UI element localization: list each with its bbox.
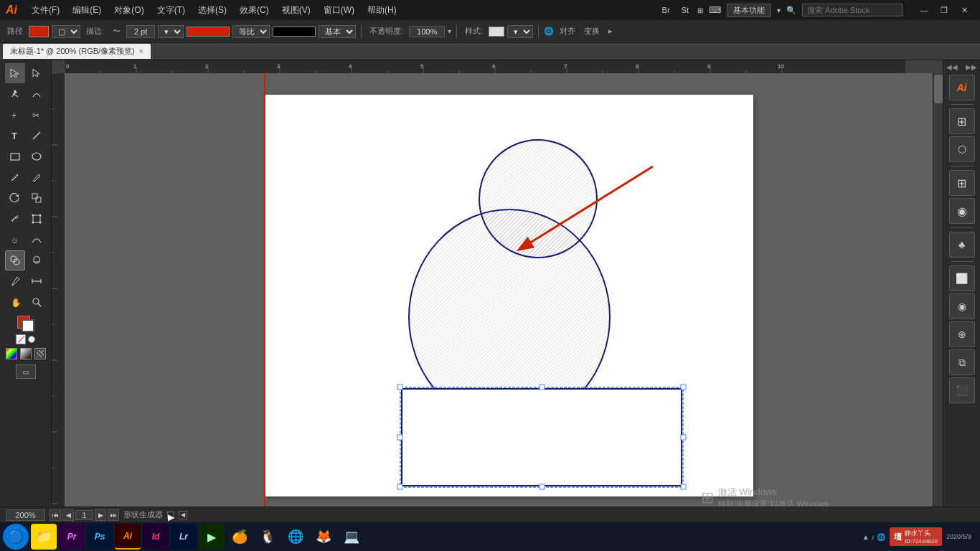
stroke-color[interactable] (22, 319, 34, 332)
default-colors[interactable] (28, 336, 35, 343)
last-page-btn[interactable]: ⏭ (108, 509, 119, 521)
search-input[interactable] (802, 4, 903, 17)
pencil-tool[interactable] (27, 167, 47, 187)
swatches-panel-btn[interactable]: ⊕ (949, 321, 975, 347)
taskbar-app1[interactable]: 🍊 (227, 524, 253, 550)
paint-bucket-tool[interactable] (27, 250, 47, 270)
brushes-panel-btn[interactable]: ⧉ (949, 349, 975, 375)
taskbar-indesign[interactable]: Id (143, 524, 169, 550)
menu-effect[interactable]: 效果(C) (234, 3, 275, 18)
taskbar-media-encoder[interactable]: ▶ (199, 524, 225, 550)
appearance-panel-btn[interactable]: ⬡ (949, 136, 975, 162)
color-mode-btn[interactable] (6, 348, 17, 359)
direct-selection-tool[interactable] (27, 63, 47, 83)
transform-panel-btn[interactable]: ⊞ (949, 108, 975, 134)
scissors-tool[interactable]: ✂ (27, 105, 47, 125)
blend-tool[interactable] (27, 230, 47, 250)
pen-tool[interactable] (5, 84, 25, 104)
stroke-size-input[interactable] (126, 25, 155, 38)
prev-page-btn[interactable]: ◀ (62, 509, 74, 521)
stock-icon[interactable]: St (679, 6, 692, 14)
taskbar-desktop[interactable]: 💻 (339, 524, 364, 550)
page-input[interactable] (75, 510, 93, 520)
vertical-scrollbar[interactable] (933, 73, 943, 512)
symbol-tool[interactable]: ☺ (5, 230, 25, 250)
taskbar-edge[interactable]: 🔵 (3, 524, 29, 550)
opacity-dropdown-icon[interactable]: ▾ (448, 27, 451, 35)
add-anchor-tool[interactable]: + (5, 105, 25, 125)
align-panel-btn[interactable]: ⊞ (949, 170, 975, 196)
taskbar-lightroom[interactable]: Lr (171, 524, 197, 550)
screen-mode-btn[interactable]: ▭ (16, 364, 36, 379)
close-button[interactable]: ✕ (954, 0, 974, 20)
stroke-base-select[interactable]: 基本 (319, 25, 356, 38)
zoom-input[interactable] (6, 509, 45, 521)
line-tool[interactable] (27, 126, 47, 146)
style-preview[interactable] (489, 27, 504, 37)
restore-button[interactable]: ❐ (934, 0, 954, 20)
more-label[interactable]: ▸ (606, 27, 616, 36)
stroke-type-select[interactable]: ▢ (52, 25, 80, 38)
globe-icon[interactable]: 🌐 (544, 27, 554, 36)
grid-icon[interactable]: ⊞ (697, 6, 703, 14)
ellipse-tool[interactable] (27, 146, 47, 166)
pathfinder-panel-btn[interactable]: ◉ (949, 198, 975, 224)
menu-edit[interactable]: 编辑(E) (67, 3, 107, 18)
pattern-btn[interactable] (34, 348, 46, 359)
stroke-color-swatch[interactable] (29, 26, 49, 37)
none-swatch[interactable] (16, 334, 26, 344)
menu-help[interactable]: 帮助(H) (362, 3, 402, 18)
document-tab[interactable]: 未标题-1* @ 200% (RGB/像素预览) × (3, 44, 151, 59)
panel-collapse-left[interactable]: ◀◀ (946, 63, 958, 71)
vertical-scroll-thumb[interactable] (934, 75, 943, 103)
eyedropper-tool[interactable] (5, 271, 25, 291)
workspace-button[interactable]: 基本功能 (727, 4, 771, 17)
taskbar-firefox[interactable]: 🦊 (311, 524, 336, 550)
workspace-dropdown-icon[interactable]: ▾ (777, 6, 781, 14)
rect-tool[interactable] (5, 146, 25, 166)
selection-tool[interactable] (5, 63, 25, 83)
menu-window[interactable]: 窗口(W) (318, 3, 360, 18)
taskbar-chrome[interactable]: 🌐 (283, 524, 308, 550)
status-arrow-btn[interactable]: ▶ (167, 512, 174, 519)
taskbar-photoshop[interactable]: Ps (87, 524, 113, 550)
zoom-tool[interactable] (27, 292, 47, 312)
menu-select[interactable]: 选择(S) (192, 3, 232, 18)
transform-label[interactable]: 变换 (581, 26, 603, 37)
menu-object[interactable]: 对象(O) (108, 3, 149, 18)
ai-panel-btn[interactable]: Ai (949, 75, 975, 100)
menu-text[interactable]: 文字(T) (151, 3, 191, 18)
free-transform-tool[interactable] (27, 209, 47, 229)
color-panel-btn[interactable]: ◉ (949, 293, 975, 319)
align-label[interactable]: 对齐 (557, 26, 578, 37)
panel-collapse-right[interactable]: ▶▶ (966, 63, 977, 71)
opacity-input[interactable] (409, 26, 445, 37)
stroke-size-unit[interactable]: ▾ (158, 25, 184, 38)
taskbar-explorer[interactable]: 📁 (31, 524, 57, 550)
shape-builder-tool[interactable] (5, 250, 25, 270)
symbols-panel-btn[interactable]: ⬛ (949, 377, 975, 403)
libraries-panel-btn[interactable]: ♣ (949, 232, 975, 258)
document-tab-close[interactable]: × (139, 47, 143, 55)
next-page-btn[interactable]: ▶ (95, 509, 106, 521)
bridge-icon[interactable]: Br (659, 6, 673, 14)
menu-file[interactable]: 文件(F) (26, 3, 65, 18)
gradient-btn[interactable] (20, 348, 32, 359)
keyboard-icon[interactable]: ⌨ (709, 5, 721, 15)
warp-tool[interactable] (5, 209, 25, 229)
scale-tool[interactable] (27, 188, 47, 208)
taskbar-qq[interactable]: 🐧 (255, 524, 281, 550)
taskbar-illustrator[interactable]: Ai (115, 524, 141, 550)
first-page-btn[interactable]: ⏮ (50, 509, 61, 521)
layer-panel-btn[interactable]: ⬜ (949, 265, 975, 291)
paintbrush-tool[interactable] (5, 167, 25, 187)
stroke-ratio-select[interactable]: 等比 (232, 25, 270, 38)
minimize-button[interactable]: — (914, 0, 934, 20)
taskbar-premiere[interactable]: Pr (59, 524, 85, 550)
rotate-tool[interactable] (5, 188, 25, 208)
curvature-tool[interactable] (27, 84, 47, 104)
status-nav-left[interactable]: ◀ (179, 511, 187, 519)
measure-tool[interactable] (27, 271, 47, 291)
type-tool[interactable]: T (5, 126, 25, 146)
menu-view[interactable]: 视图(V) (276, 3, 316, 18)
